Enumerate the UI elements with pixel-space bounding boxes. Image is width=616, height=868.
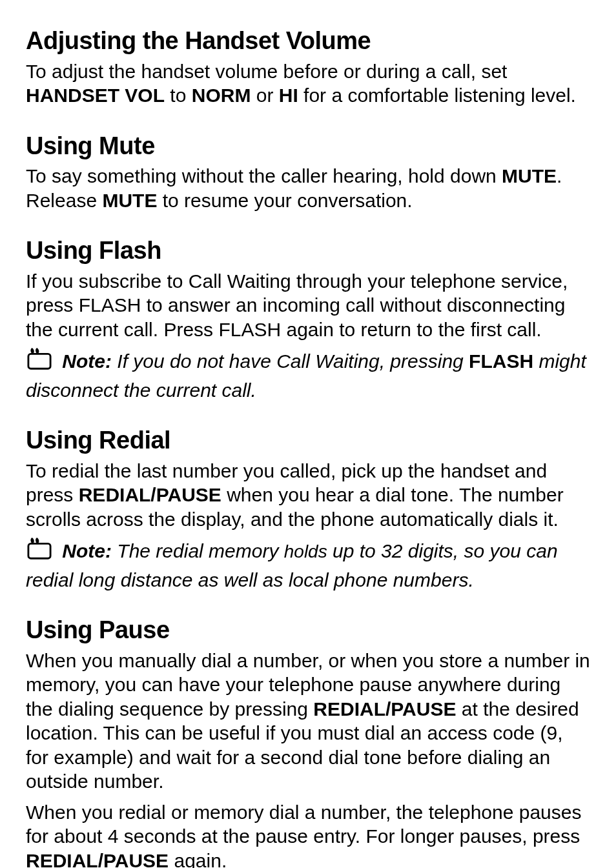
body-pause-1: When you manually dial a number, or when… xyxy=(26,649,590,794)
section-flash: Using Flash If you subscribe to Call Wai… xyxy=(26,236,590,402)
section-redial: Using Redial To redial the last number y… xyxy=(26,425,590,592)
body-mute: To say something without the caller hear… xyxy=(26,164,590,212)
text: When you redial or memory dial a number,… xyxy=(26,802,582,847)
text: to resume your conversation. xyxy=(157,190,412,211)
note-flash: Note: If you do not have Call Waiting, p… xyxy=(26,348,590,402)
text: holds xyxy=(284,541,327,561)
text: to xyxy=(165,85,192,106)
heading-mute: Using Mute xyxy=(26,131,590,162)
text: or xyxy=(251,85,278,106)
heading-pause: Using Pause xyxy=(26,615,590,646)
note-redial: Note: The redial memory holds up to 32 d… xyxy=(26,538,590,592)
note-icon xyxy=(26,536,53,567)
label-redial-pause: REDIAL/PAUSE xyxy=(313,698,456,720)
label-norm: NORM xyxy=(192,85,251,106)
section-pause: Using Pause When you manually dial a num… xyxy=(26,615,590,868)
label-redial-pause: REDIAL/PAUSE xyxy=(79,484,221,505)
body-flash: If you subscribe to Call Waiting through… xyxy=(26,269,590,342)
text: To adjust the handset volume before or d… xyxy=(26,61,507,82)
body-redial: To redial the last number you called, pi… xyxy=(26,459,590,532)
note-label: Note: xyxy=(62,540,112,561)
label-handset-vol: HANDSET VOL xyxy=(26,85,165,106)
text: The redial memory xyxy=(112,540,284,561)
note-label: Note: xyxy=(62,350,112,372)
label-redial-pause: REDIAL/PAUSE xyxy=(26,850,169,869)
label-hi: HI xyxy=(279,85,298,106)
label-mute: MUTE xyxy=(102,190,157,211)
heading-redial: Using Redial xyxy=(26,425,590,456)
text: To say something without the caller hear… xyxy=(26,165,502,187)
body-adjust-volume: To adjust the handset volume before or d… xyxy=(26,59,590,108)
label-mute: MUTE xyxy=(502,165,557,187)
section-mute: Using Mute To say something without the … xyxy=(26,131,590,213)
heading-flash: Using Flash xyxy=(26,236,590,267)
text: for a comfortable listening level. xyxy=(298,85,576,106)
heading-adjust-volume: Adjusting the Handset Volume xyxy=(26,26,590,57)
text: If you do not have Call Waiting, pressin… xyxy=(112,350,469,372)
note-icon xyxy=(26,347,53,377)
body-pause-2: When you redial or memory dial a number,… xyxy=(26,800,590,869)
section-adjust-volume: Adjusting the Handset Volume To adjust t… xyxy=(26,26,590,108)
text: again. xyxy=(169,850,227,869)
label-flash: FLASH xyxy=(469,350,533,372)
